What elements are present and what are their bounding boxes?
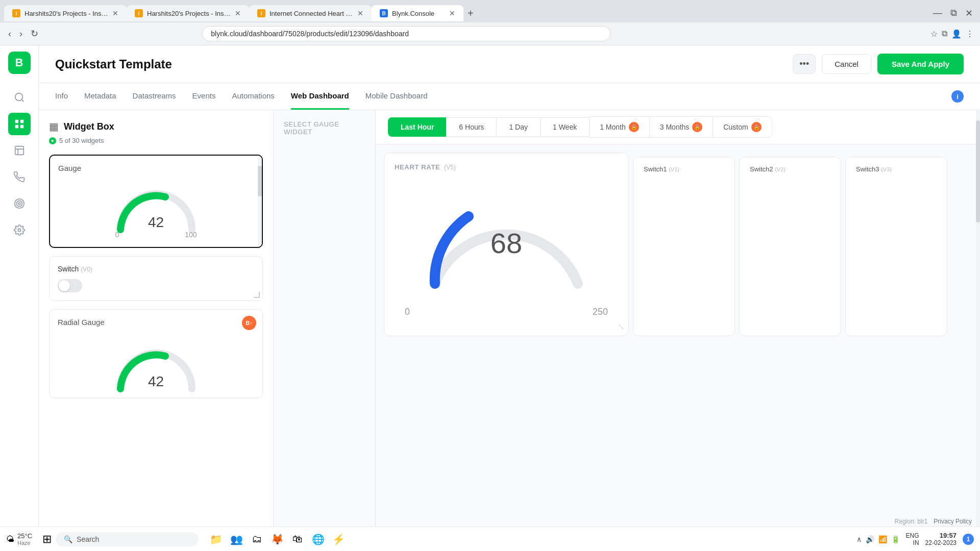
- taskbar-network-icon[interactable]: 📶: [878, 535, 887, 543]
- taskbar-app-other[interactable]: ⚡: [329, 530, 348, 548]
- taskbar: 🌤 25°C Haze ⊞ 🔍 Search 📁 👥 🗂 🦊 🛍 🌐 ⚡ ∧ 🔊…: [0, 527, 980, 551]
- reload-button[interactable]: ↻: [29, 26, 40, 41]
- page-header: Quickstart Template ••• Cancel Save And …: [39, 45, 980, 83]
- taskbar-app-store[interactable]: 🛍: [288, 530, 307, 548]
- tab-close-2[interactable]: ✕: [235, 9, 241, 17]
- taskbar-app-teams[interactable]: 👥: [227, 530, 246, 548]
- browser-tab-3[interactable]: i Internet Connected Heart Rate M... ✕: [249, 5, 372, 21]
- tab-favicon-3: i: [257, 9, 265, 17]
- taskbar-speaker-icon[interactable]: 🔊: [866, 535, 874, 543]
- address-bar: ‹ › ↻ ☆ ⧉ 👤 ⋮: [0, 22, 980, 45]
- sidebar-item-messages[interactable]: [8, 166, 31, 188]
- app-layout: B Quickstart Template ••• Cance: [0, 45, 980, 551]
- taskbar-system-icons: ∧ 🔊 📶 🔋: [856, 535, 900, 543]
- widget-panel: ▦ Widget Box 5 of 30 widgets Gauge: [39, 110, 274, 551]
- restore-button[interactable]: ⧉: [947, 7, 960, 20]
- tab-automations[interactable]: Automations: [232, 83, 274, 110]
- tab-close-4[interactable]: ✕: [449, 9, 455, 17]
- browser-tab-2[interactable]: i Harshits20's Projects - Instructab... …: [127, 5, 249, 21]
- main-scrollbar[interactable]: [976, 110, 980, 551]
- time-range-bar: Last Hour 6 Hours 1 Day 1 Week 1 Month 🔒…: [376, 110, 980, 144]
- extension-icon[interactable]: ⧉: [942, 29, 947, 38]
- sidebar-item-settings[interactable]: [8, 219, 31, 241]
- widget-panel-title: Widget Box: [64, 121, 114, 132]
- taskbar-lang: ENG IN: [906, 532, 919, 546]
- taskbar-app-chrome[interactable]: 🌐: [309, 530, 327, 548]
- browser-tab-4[interactable]: B Blynk.Console ✕: [372, 5, 463, 21]
- sidebar-item-analytics[interactable]: [8, 139, 31, 162]
- time-btn-1day[interactable]: 1 Day: [496, 117, 540, 137]
- dots-button[interactable]: •••: [793, 54, 816, 74]
- menu-icon[interactable]: ⋮: [966, 29, 974, 39]
- switch-toggle[interactable]: [58, 279, 82, 292]
- time-btn-6hours[interactable]: 6 Hours: [446, 117, 496, 137]
- gauge-title: Gauge: [58, 164, 254, 172]
- sidebar-item-dashboard[interactable]: [8, 113, 31, 135]
- tab-datastreams[interactable]: Datastreams: [133, 83, 176, 110]
- taskbar-app-explorer[interactable]: 📁: [207, 530, 225, 548]
- gauge-widget-card[interactable]: Gauge 42 0 100: [49, 155, 263, 248]
- widget-scrollbar[interactable]: [258, 156, 262, 247]
- weather-icon: 🌤: [6, 535, 14, 544]
- heart-rate-title-bar: HEART RATE (V5): [395, 163, 618, 171]
- resize-corner-heart[interactable]: ⤡: [618, 322, 624, 332]
- back-button[interactable]: ‹: [6, 27, 13, 41]
- minimize-button[interactable]: —: [930, 7, 945, 20]
- select-gauge-panel: SELECT GAUGE WIDGET: [274, 110, 376, 551]
- taskbar-weather: 🌤 25°C Haze: [6, 532, 32, 546]
- heart-rate-widget[interactable]: HEART RATE (V5) 68: [384, 153, 629, 336]
- taskbar-search[interactable]: 🔍 Search: [56, 532, 199, 546]
- window-controls: — ⧉ ✕: [930, 7, 976, 20]
- tab-close-1[interactable]: ✕: [112, 9, 118, 17]
- switch-widget-3[interactable]: Switch3 (V3): [845, 157, 947, 336]
- widget-box-icon: ▦: [49, 120, 59, 133]
- time-btn-1week[interactable]: 1 Week: [540, 117, 589, 137]
- time-btn-last-hour[interactable]: Last Hour: [388, 117, 446, 137]
- close-button[interactable]: ✕: [962, 7, 976, 20]
- svg-rect-5: [15, 146, 23, 155]
- tab-favicon-2: i: [135, 9, 143, 17]
- taskbar-condition: Haze: [17, 540, 32, 546]
- sidebar-logo[interactable]: B: [8, 52, 31, 74]
- radial-gauge-widget-card[interactable]: Radial Gauge B↑ 42: [49, 309, 263, 398]
- tab-web-dashboard[interactable]: Web Dashboard: [291, 83, 349, 110]
- time-btn-custom[interactable]: Custom 🔒: [713, 116, 772, 138]
- time-btn-3months[interactable]: 3 Months 🔒: [649, 116, 713, 138]
- switch-widget-1[interactable]: Switch1 (V1): [633, 157, 735, 336]
- dashboard-content: ▦ Widget Box 5 of 30 widgets Gauge: [39, 110, 980, 551]
- tab-title-2: Harshits20's Projects - Instructab...: [147, 10, 231, 17]
- privacy-policy-link[interactable]: Privacy Policy: [934, 518, 972, 525]
- tab-mobile-dashboard[interactable]: Mobile Dashboard: [365, 83, 428, 110]
- switch-widget-2[interactable]: Switch2 (V2): [739, 157, 841, 336]
- cancel-button[interactable]: Cancel: [822, 54, 871, 74]
- taskbar-chevron-icon[interactable]: ∧: [856, 535, 862, 543]
- notification-badge[interactable]: 1: [963, 534, 974, 545]
- save-apply-button[interactable]: Save And Apply: [877, 54, 964, 74]
- dashboard-main: Last Hour 6 Hours 1 Day 1 Week 1 Month 🔒…: [376, 110, 980, 551]
- sidebar-item-targeting[interactable]: [8, 192, 31, 215]
- time-btn-1month[interactable]: 1 Month 🔒: [589, 116, 649, 138]
- bookmark-icon[interactable]: ☆: [930, 29, 938, 39]
- taskbar-app-firefox[interactable]: 🦊: [268, 530, 286, 548]
- radial-gauge-container: 42: [58, 333, 254, 390]
- sidebar-item-search[interactable]: [8, 86, 31, 109]
- switch-widget-card[interactable]: Switch (V0): [49, 256, 263, 301]
- profile-icon[interactable]: 👤: [951, 29, 962, 39]
- resize-handle[interactable]: [254, 292, 260, 298]
- taskbar-datetime: 19:57 22-02-2023: [925, 532, 957, 546]
- new-tab-button[interactable]: +: [463, 6, 478, 21]
- tab-metadata[interactable]: Metadata: [84, 83, 116, 110]
- taskbar-app-files[interactable]: 🗂: [248, 530, 266, 548]
- browser-tab-1[interactable]: i Harshits20's Projects - Instructab... …: [4, 5, 127, 21]
- toolbar-icons: ☆ ⧉ 👤 ⋮: [930, 29, 974, 39]
- taskbar-battery-icon[interactable]: 🔋: [891, 535, 900, 543]
- heart-rate-value: 68: [491, 227, 522, 260]
- forward-button[interactable]: ›: [17, 27, 24, 41]
- tab-close-3[interactable]: ✕: [357, 9, 363, 17]
- address-input[interactable]: [202, 26, 610, 41]
- switch2-name: Switch2 (V2): [750, 165, 830, 173]
- start-button[interactable]: ⊞: [42, 533, 52, 546]
- scrollbar-thumb: [258, 166, 262, 196]
- tab-events[interactable]: Events: [192, 83, 216, 110]
- tab-info[interactable]: Info: [55, 83, 68, 110]
